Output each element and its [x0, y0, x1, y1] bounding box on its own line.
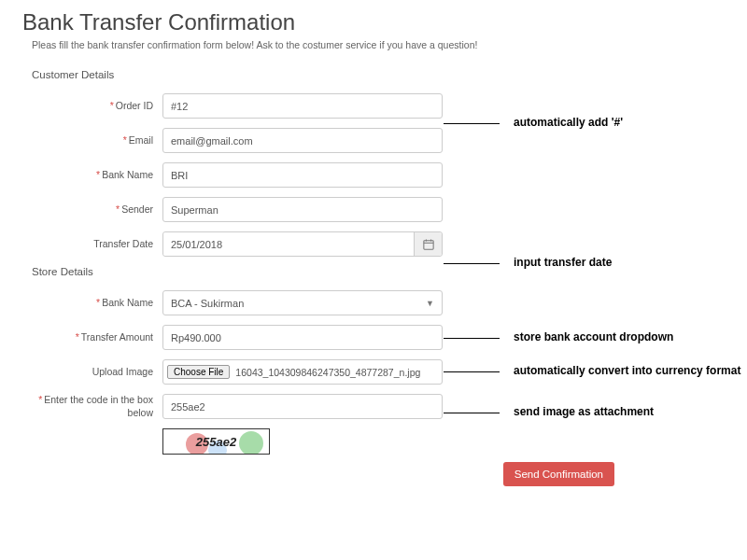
transfer-date-field[interactable]: [163, 232, 414, 256]
annotation-order-id: automatically add '#': [514, 116, 623, 130]
transfer-amount-field[interactable]: [162, 325, 443, 350]
transfer-amount-label: *Transfer Amount: [22, 331, 162, 344]
chevron-down-icon: ▼: [426, 299, 434, 308]
captcha-field[interactable]: [162, 394, 443, 419]
transfer-date-label: Transfer Date: [22, 238, 162, 251]
page-subtitle: Pleas fill the bank transfer confirmatio…: [32, 39, 728, 50]
page-title: Bank Transfer Confirmation: [22, 9, 728, 35]
annotation-transfer-date: input transfer date: [514, 256, 612, 270]
store-bank-label: *Bank Name: [22, 297, 162, 310]
upload-image-field[interactable]: Choose File 16043_104309846247350_487728…: [162, 359, 443, 385]
annotation-store-bank: store bank account dropdown: [514, 330, 673, 344]
bank-name-field[interactable]: [162, 162, 443, 188]
section-store-details: Store Details: [32, 266, 728, 277]
order-id-label: *Order ID: [22, 100, 162, 113]
order-id-field[interactable]: [162, 93, 443, 119]
email-label: *Email: [22, 134, 162, 147]
captcha-label: *Enter the code in the box below: [22, 394, 162, 419]
sender-label: *Sender: [22, 203, 162, 217]
store-bank-dropdown[interactable]: BCA - Sukirman ▼: [162, 290, 443, 315]
date-picker-button[interactable]: [414, 232, 442, 256]
email-field[interactable]: [162, 128, 443, 153]
upload-image-label: Upload Image: [22, 366, 162, 379]
uploaded-filename: 16043_104309846247350_4877287_n.jpg: [235, 367, 420, 378]
captcha-image: 255ae2: [162, 428, 270, 455]
sender-field[interactable]: [162, 197, 443, 222]
svg-rect-0: [423, 240, 432, 248]
section-customer-details: Customer Details: [32, 69, 728, 80]
store-bank-selected: BCA - Sukirman: [171, 298, 244, 309]
captcha-text: 255ae2: [196, 435, 236, 449]
annotation-upload-image: send image as attachment: [514, 405, 654, 419]
send-confirmation-button[interactable]: Send Confirmation: [503, 462, 614, 486]
calendar-icon: [423, 239, 434, 250]
choose-file-button[interactable]: Choose File: [167, 365, 230, 379]
annotation-transfer-amount: automatically convert into currency form…: [514, 364, 740, 378]
bank-name-label: *Bank Name: [22, 169, 162, 182]
